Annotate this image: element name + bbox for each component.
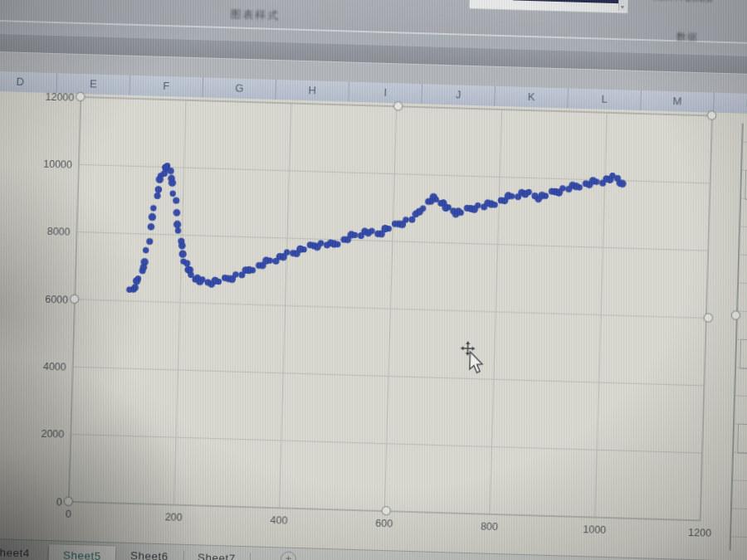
gallery-scroll-buttons[interactable] <box>618 0 627 11</box>
excel-window: DEFGHIJKLMN 图表样式 切换行/列 选择数据 数据 020004000… <box>0 0 747 560</box>
x-axis-tick-label: 400 <box>270 514 287 527</box>
x-axis-tick-label: 1200 <box>688 527 711 539</box>
tab-separator <box>250 553 251 560</box>
y-axis-tick-label: 6000 <box>45 293 68 305</box>
y-axis-tick-label: 12000 <box>45 90 74 103</box>
x-axis-tick-label: 600 <box>375 518 393 530</box>
sheet-tab-sheet4[interactable]: Sheet4 <box>0 541 46 560</box>
x-axis-tick-label: 0 <box>66 509 71 520</box>
x-axis-tick-label: 1000 <box>583 523 606 536</box>
y-axis-tick-label: 0 <box>56 496 62 508</box>
x-axis-tick-label: 200 <box>165 511 183 523</box>
y-axis-tick-label: 2000 <box>41 428 64 441</box>
y-axis-tick-label: 10000 <box>43 158 72 171</box>
y-axis-tick-label: 4000 <box>43 361 66 373</box>
y-axis-tick-label: 8000 <box>47 226 71 238</box>
move-cursor <box>458 341 492 382</box>
x-axis-tick-label: 800 <box>481 521 498 533</box>
sheet-tab-sheet7[interactable]: Sheet7 <box>184 546 250 560</box>
chart-style-thumbnail[interactable] <box>513 0 619 3</box>
scatter-chart[interactable]: 0200040006000800010000120000200400600800… <box>0 0 747 560</box>
sheet-tab-sheet5[interactable]: Sheet5 <box>48 543 117 560</box>
sheet-tab-sheet6[interactable]: Sheet6 <box>116 545 183 560</box>
